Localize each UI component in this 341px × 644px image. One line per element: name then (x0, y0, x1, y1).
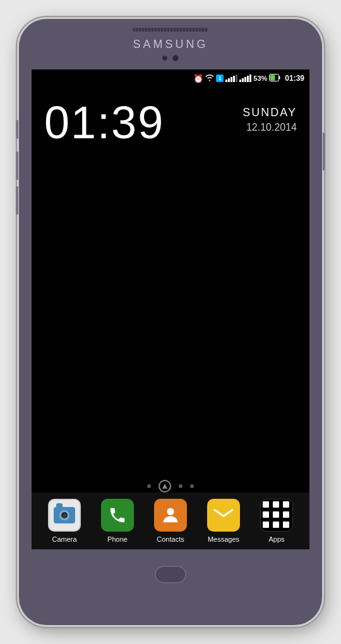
screen: ⏰ 1 (32, 69, 309, 549)
grid-dot-6 (283, 511, 289, 518)
svg-point-3 (167, 508, 174, 515)
brand-name: SAMSUNG (133, 38, 208, 51)
bottom-bezel (19, 549, 322, 600)
grid-dot-8 (273, 522, 279, 528)
dock-item-phone[interactable]: Phone (95, 499, 140, 543)
alarm-icon: ⏰ (193, 74, 203, 83)
apps-grid (263, 501, 290, 529)
dock: Camera Phone Contacts (32, 492, 309, 549)
volume-up-button[interactable] (16, 120, 18, 139)
front-camera (172, 55, 179, 61)
signal-bars-2 (239, 75, 251, 82)
grid-dot-4 (263, 511, 269, 518)
front-sensor (162, 56, 167, 61)
camera-label: Camera (52, 535, 76, 543)
home-button[interactable] (155, 566, 186, 583)
apps-label: Apps (268, 535, 284, 543)
main-clock: 01:39 (44, 100, 164, 145)
grid-dot-7 (263, 522, 269, 528)
phone-app-icon[interactable] (101, 499, 134, 532)
power-button[interactable] (323, 133, 325, 170)
wifi-icon (205, 74, 214, 83)
grid-dot-9 (283, 522, 289, 528)
status-bar: ⏰ 1 (32, 69, 309, 87)
volume-down-button[interactable] (16, 152, 18, 180)
camera-app-icon[interactable] (48, 499, 81, 532)
clock-area: 01:39 SUNDAY 12.10.2014 (32, 87, 309, 145)
dock-item-camera[interactable]: Camera (42, 499, 87, 543)
svg-rect-1 (279, 76, 280, 80)
contacts-app-icon[interactable] (154, 499, 187, 532)
signal-bars-1 (225, 75, 237, 82)
contacts-label: Contacts (157, 535, 184, 543)
dock-item-apps[interactable]: Apps (254, 499, 299, 543)
date-area: SUNDAY 12.10.2014 (242, 100, 297, 133)
dock-item-messages[interactable]: Messages (201, 499, 246, 543)
grid-dot-2 (273, 501, 279, 508)
day-name: SUNDAY (242, 106, 297, 119)
phone-frame: SAMSUNG ⏰ 1 (19, 19, 322, 625)
status-icons: ⏰ 1 (193, 74, 304, 83)
date-string: 12.10.2014 (242, 122, 297, 133)
sim-badge: 1 (216, 75, 224, 82)
back-button-side[interactable] (16, 186, 18, 215)
home-dots (32, 480, 309, 492)
dot-2 (179, 484, 182, 488)
dot-1 (147, 484, 151, 488)
home-dot[interactable] (159, 480, 171, 492)
dock-item-contacts[interactable]: Contacts (148, 499, 193, 543)
top-bezel: SAMSUNG (19, 19, 322, 69)
status-time: 01:39 (285, 74, 304, 83)
grid-dot-5 (273, 511, 279, 518)
messages-label: Messages (208, 535, 239, 543)
dot-3 (190, 484, 194, 488)
apps-app-icon[interactable] (260, 499, 293, 532)
battery-icon (269, 74, 280, 83)
phone-label: Phone (107, 535, 128, 543)
speaker-grille (133, 28, 208, 32)
messages-app-icon[interactable] (207, 499, 240, 532)
svg-rect-2 (270, 75, 275, 81)
grid-dot-3 (283, 501, 289, 508)
battery-percent: 53% (253, 75, 267, 82)
camera-row (162, 55, 179, 61)
grid-dot-1 (263, 501, 269, 508)
